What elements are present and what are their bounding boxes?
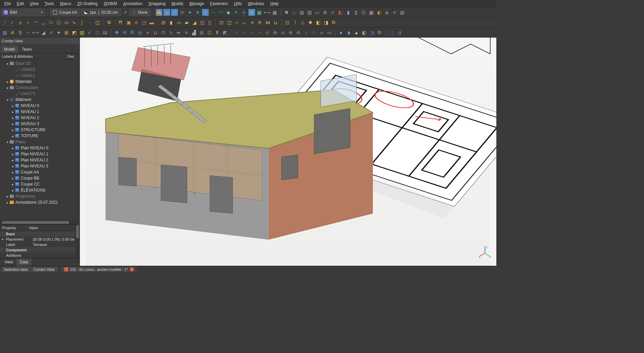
scale-icon[interactable]: ⤡ (167, 29, 174, 36)
snap-end-icon[interactable]: ↘ (163, 9, 170, 16)
expand-toggle[interactable]: ▸ (11, 122, 15, 126)
workbench-selector[interactable]: BIM ▾ (1, 9, 45, 16)
model-tree[interactable]: ▸Base 2D╱Line010╱Line011▸Materials▸Const… (0, 60, 80, 220)
construction-toggle-icon[interactable]: ↗ (122, 9, 129, 16)
arrow-r-icon[interactable]: → (256, 29, 263, 36)
downgrade-icon[interactable]: ↓ (303, 29, 309, 36)
tree-item[interactable]: ▸TOITURE (0, 133, 80, 139)
snap-perp-icon[interactable]: ⊥ (202, 9, 209, 16)
fixture-icon[interactable]: ✹ (307, 19, 314, 26)
union-icon[interactable]: ∪ (280, 29, 286, 36)
pipe-icon[interactable]: ⌐ (234, 19, 240, 26)
site-icon[interactable]: ⛑ (117, 19, 124, 26)
expand-toggle[interactable]: ▸ (11, 183, 15, 186)
autogroup-button[interactable]: ⊘ None (130, 9, 151, 16)
tree-item[interactable]: ▸Coupe CC (0, 181, 80, 187)
polyline-icon[interactable]: ⩍ (17, 19, 23, 26)
offset-icon[interactable]: ◎ (137, 29, 143, 36)
stretch-icon[interactable]: ⇔ (175, 29, 182, 36)
survey-icon[interactable]: ✓ (86, 29, 93, 36)
stairs-icon[interactable]: ≡ (249, 19, 256, 26)
axis-icon[interactable]: ⊹ (330, 9, 336, 16)
upgrade-icon[interactable]: ↑ (310, 29, 317, 36)
snap-mid-icon[interactable]: ╱ (171, 9, 178, 16)
snap-intersect-icon[interactable]: ✕ (194, 9, 201, 16)
image-icon[interactable]: ▧ (1, 29, 8, 36)
label-icon[interactable]: ◢ (40, 29, 47, 36)
shape2d-icon[interactable]: ▭ (326, 29, 333, 36)
tab-tasks[interactable]: Tasks (18, 46, 36, 53)
sketch-icon[interactable]: ⧉ (106, 19, 112, 26)
wp-icon[interactable]: ▱ (318, 29, 325, 36)
snap-near-icon[interactable]: ⌖ (233, 9, 240, 16)
text-icon[interactable]: A (322, 9, 329, 16)
tab-data[interactable]: Data (16, 258, 32, 266)
arrow-dn-icon[interactable]: ↓ (241, 29, 248, 36)
leader-icon[interactable]: ↗ (48, 29, 54, 36)
expand-toggle[interactable]: ▸ (11, 158, 15, 162)
expand-toggle[interactable]: ▸ (11, 110, 15, 114)
tree-item[interactable]: ▸Construction (0, 85, 80, 91)
trim-icon[interactable]: ● (144, 29, 151, 36)
prop-placement[interactable]: ▸Placement[(0.00 0.00 1.00); 0.00 de... (0, 237, 80, 242)
tree-item[interactable]: ▸Plan NIVEAU 3 (0, 163, 80, 169)
view-box-icon[interactable]: ⬚ (388, 29, 395, 36)
tree-item[interactable]: ▸NIVEAU 1 (0, 109, 80, 115)
box3d2-icon[interactable]: ◨ (368, 29, 375, 36)
close-doc-icon[interactable]: ✕ (130, 267, 134, 271)
expand-toggle[interactable]: ▸ (5, 62, 9, 65)
close-icon[interactable] (74, 39, 78, 43)
dim-linear-icon[interactable]: ⟷ (32, 29, 39, 36)
wire-icon[interactable]: ⁄ (9, 19, 16, 26)
window-icon[interactable]: ⊡ (218, 19, 225, 26)
section-icon[interactable]: ◧ (337, 9, 344, 16)
menu-tools[interactable]: Tools (42, 1, 57, 7)
tree-item[interactable]: ▸Plan NIVEAU 1 (0, 151, 80, 157)
wall-icon[interactable]: ▬ (148, 19, 155, 26)
snap-angle-icon[interactable]: ✦ (187, 9, 193, 16)
expand-toggle[interactable]: ▸ (11, 146, 15, 150)
3d-viewport[interactable]: Plan NIVEAU 0 -±0.00 (80, 38, 496, 266)
props-vscroll[interactable] (76, 224, 80, 258)
menu-view[interactable]: View (27, 1, 42, 7)
report-icon[interactable]: ☑ (360, 9, 367, 16)
menu-macro[interactable]: Macro (57, 1, 74, 7)
bspline-icon[interactable]: ∿ (71, 19, 78, 26)
circle-icon[interactable]: ○ (24, 19, 31, 26)
prop-group-base[interactable]: Base (0, 231, 80, 237)
menu-modify[interactable]: Modify (168, 1, 186, 7)
bezier-icon[interactable]: ∫ (79, 19, 85, 26)
tree-item[interactable]: ▸Plan NIVEAU 2 (0, 157, 80, 163)
menu-file[interactable]: File (1, 1, 14, 7)
cylinder-icon[interactable]: ◗ (345, 29, 352, 36)
tree-item[interactable]: ╱Line010 (0, 66, 80, 72)
expand-toggle[interactable]: ▸ (11, 152, 15, 156)
sectionplane-icon[interactable]: ◩ (71, 29, 78, 36)
snap-center-icon[interactable]: ⊙ (179, 9, 186, 16)
prop-label[interactable]: LabelTerrasse (0, 242, 80, 247)
tree-item[interactable]: ▸STRUCTURE (0, 127, 80, 133)
clone-icon[interactable]: ⊡ (206, 29, 213, 36)
menu-icon[interactable]: ▤ (399, 9, 406, 16)
arrow-up-icon[interactable]: ↑ (233, 29, 240, 36)
tree-item[interactable]: ▸Coupe BB (0, 175, 80, 181)
snap-wp-icon[interactable]: ▦ (256, 9, 263, 16)
snap-grid-icon[interactable]: ⊞ (248, 9, 255, 16)
panel-icon[interactable]: ◫ (199, 19, 205, 26)
slab-icon[interactable]: ▰ (183, 19, 190, 26)
expand-toggle[interactable]: ▾ (5, 140, 9, 144)
railing-icon[interactable]: ⊪ (257, 19, 263, 26)
expand-toggle[interactable]: ▸ (11, 128, 15, 132)
tab-model[interactable]: Model (1, 46, 18, 53)
axis-anno-icon[interactable]: ✦ (55, 29, 62, 36)
box3d-icon[interactable]: ◧ (361, 29, 367, 36)
level-icon[interactable]: ⧈ (133, 19, 140, 26)
tab-view[interactable]: View (1, 258, 16, 266)
sheet-icon[interactable]: ▤ (299, 9, 305, 16)
sphere-icon[interactable]: ● (338, 29, 344, 36)
menu-annotation[interactable]: Annotation (120, 1, 145, 7)
tag-icon[interactable]: □ (94, 29, 101, 36)
page-icon[interactable]: ▯ (353, 9, 359, 16)
linestyle-button[interactable]: 1px | 20.00 cm (81, 9, 121, 16)
join-icon[interactable]: ⊔ (152, 29, 159, 36)
